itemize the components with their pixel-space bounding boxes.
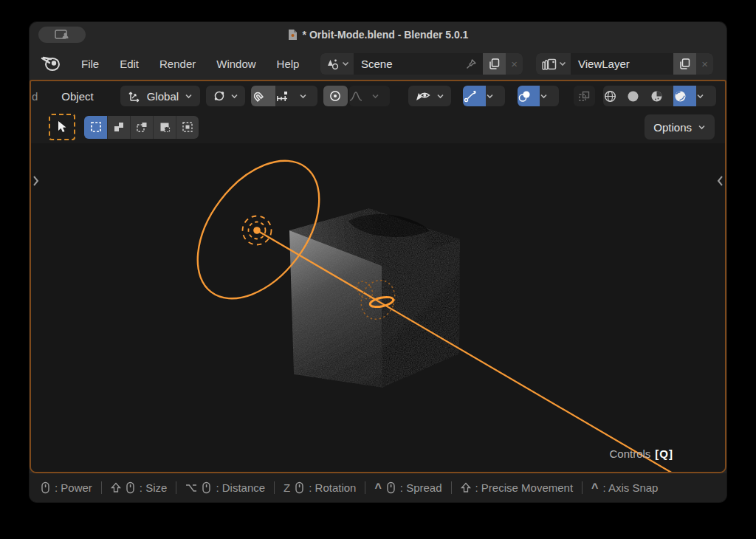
gizmo-icon — [463, 89, 477, 103]
sidebar-toggle-arrow[interactable] — [712, 173, 724, 189]
controls-key: [Q] — [655, 447, 673, 460]
duplicate-icon — [678, 58, 691, 70]
viewlayer-new-button[interactable] — [673, 53, 696, 75]
shading-wireframe-button[interactable] — [603, 86, 627, 106]
cube-object — [289, 208, 460, 388]
xray-toggle[interactable] — [574, 86, 595, 106]
overlays-dropdown[interactable] — [540, 86, 559, 106]
desktop: * Orbit-Mode.blend - Blender 5.0.1 File … — [0, 0, 756, 539]
duplicate-icon — [488, 58, 501, 70]
hint-rotation: Z : Rotation — [284, 481, 356, 494]
options-dropdown[interactable]: Options — [645, 114, 715, 140]
topbar: File Edit Render Window Help — [30, 47, 726, 80]
hint-spread: ^ : Spread — [374, 481, 441, 495]
renderlayers-icon — [542, 58, 557, 71]
menu-edit[interactable]: Edit — [109, 53, 149, 75]
shading-rendered-button[interactable] — [673, 86, 697, 106]
blender-window: * Orbit-Mode.blend - Blender 5.0.1 File … — [30, 22, 726, 502]
monitor-user-icon — [54, 30, 70, 40]
select-mode-intersect[interactable] — [176, 116, 199, 139]
scene-new-button[interactable] — [483, 53, 506, 75]
overlays-group — [518, 86, 559, 106]
menu-file[interactable]: File — [71, 53, 109, 75]
chevron-down-icon — [185, 94, 193, 99]
viewlayer-name: ViewLayer — [578, 58, 630, 70]
pivot-point-icon — [213, 89, 226, 103]
toolbar-toggle-arrow[interactable] — [32, 173, 44, 189]
snap-increment-button[interactable] — [275, 86, 300, 106]
mouse-wheel-icon — [202, 481, 211, 494]
scene-browse-button[interactable] — [320, 53, 354, 75]
select-mode-invert[interactable] — [153, 116, 176, 139]
status-bar: : Power : Size — [30, 473, 726, 502]
menu-window[interactable]: Window — [206, 53, 266, 75]
viewlayer-name-field[interactable]: ViewLayer — [571, 53, 673, 75]
select-mode-subtract[interactable] — [130, 116, 153, 139]
separator — [451, 481, 452, 494]
blender-logo-icon[interactable] — [40, 52, 62, 75]
chevron-down-icon — [371, 94, 379, 99]
chevron-down-icon — [696, 94, 704, 99]
titlebar: * Orbit-Mode.blend - Blender 5.0.1 — [30, 22, 726, 47]
menu-render[interactable]: Render — [149, 53, 206, 75]
rendered-shading-icon — [673, 89, 687, 103]
separator — [365, 481, 365, 494]
menu-object[interactable]: Object — [61, 90, 93, 103]
chevron-down-icon — [436, 94, 444, 99]
falloff-dropdown[interactable] — [371, 86, 390, 106]
shift-key-icon — [111, 482, 121, 493]
separator — [101, 481, 102, 494]
viewport-canvas[interactable]: Controls[Q] — [31, 143, 725, 472]
scene-name-field[interactable]: Scene — [354, 53, 483, 75]
hint-size: : Size — [111, 481, 168, 494]
orientation-global-icon — [128, 89, 141, 103]
viewport-header: d Object Global — [31, 81, 725, 111]
viewlayer-remove-button: × — [696, 53, 713, 75]
scene-render — [31, 143, 725, 472]
z-key: Z — [284, 481, 290, 494]
snap-increment-icon — [275, 90, 289, 103]
menu-help[interactable]: Help — [267, 53, 310, 75]
snap-dropdown[interactable] — [299, 86, 317, 106]
active-tool-select-box[interactable] — [49, 114, 75, 140]
visibility-dropdown[interactable] — [408, 86, 451, 106]
show-gizmo-toggle[interactable] — [463, 86, 486, 106]
chevron-down-icon — [299, 94, 307, 99]
option-key-icon — [185, 484, 197, 492]
show-object-types-icon — [415, 90, 431, 103]
screen-share-button[interactable] — [38, 27, 86, 43]
proportional-editing-icon — [329, 89, 342, 103]
mouse-wheel-icon — [41, 481, 50, 494]
options-label: Options — [653, 121, 692, 134]
hint-precise-movement: : Precise Movement — [461, 481, 574, 494]
scene-icon — [326, 58, 340, 71]
select-mode-set[interactable] — [84, 116, 107, 139]
chevron-down-icon — [486, 94, 494, 99]
mouse-wheel-icon — [126, 481, 135, 494]
pivot-point-dropdown[interactable] — [206, 86, 245, 106]
viewlayer-browse-button[interactable] — [536, 53, 571, 75]
pin-icon[interactable] — [465, 58, 477, 70]
separator — [274, 481, 275, 494]
snap-toggle-button[interactable] — [251, 86, 275, 106]
menu-add-clipped[interactable]: d — [32, 90, 38, 103]
shading-material-button[interactable] — [650, 86, 673, 106]
shading-dropdown[interactable] — [696, 86, 716, 106]
gizmo-dropdown[interactable] — [486, 86, 505, 106]
shading-group — [603, 86, 716, 106]
select-mode-extend[interactable] — [107, 116, 130, 139]
hint-power: : Power — [41, 481, 92, 494]
document-icon — [288, 29, 298, 41]
proportional-editing-toggle[interactable] — [323, 86, 348, 106]
material-preview-icon — [650, 89, 664, 103]
viewlayer-selector: ViewLayer × — [536, 53, 713, 75]
gizmo-group — [463, 86, 504, 106]
chevron-down-icon — [230, 94, 238, 99]
shading-solid-button[interactable] — [626, 86, 650, 106]
show-overlays-toggle[interactable] — [518, 86, 540, 106]
ctrl-key: ^ — [591, 481, 598, 495]
falloff-curve-button[interactable] — [349, 86, 372, 106]
transform-orientation-dropdown[interactable]: Global — [120, 86, 200, 106]
chevron-down-icon — [559, 61, 566, 66]
orientation-value: Global — [147, 90, 179, 103]
